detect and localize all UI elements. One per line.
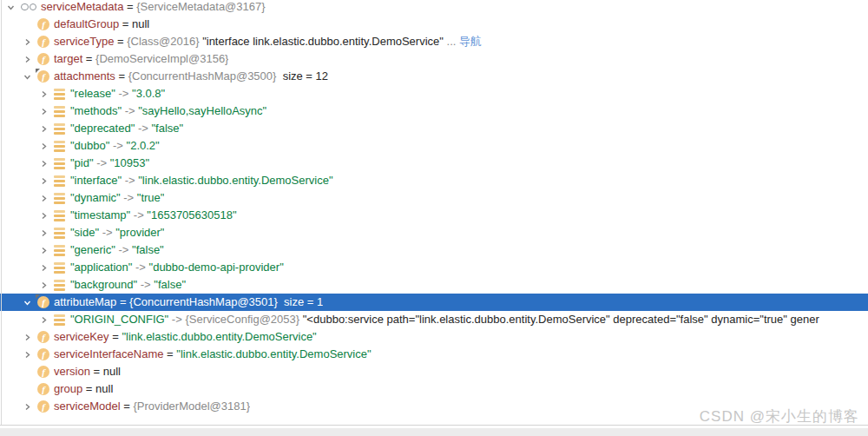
map-entry-icon — [54, 89, 65, 100]
tree-row[interactable]: "application" -> "dubbo-demo-api-provide… — [0, 259, 868, 276]
row-text: serviceInterfaceName = "link.elastic.dub… — [54, 346, 372, 363]
row-text: attributeMap = {ConcurrentHashMap@3501} … — [54, 294, 323, 311]
map-entry-icon — [54, 106, 65, 117]
chevron-collapsed-icon[interactable] — [22, 54, 33, 65]
row-text: "generic" -> "false" — [70, 241, 164, 259]
chevron-collapsed-icon[interactable] — [22, 401, 33, 413]
map-entry-icon — [54, 245, 65, 256]
row-text: target = {DemoServiceImpl@3156} — [54, 50, 228, 68]
tree-row[interactable]: "background" -> "false" — [0, 276, 868, 294]
debugger-variables-panel: serviceMetadata = {ServiceMetadata@3167}… — [0, 0, 868, 436]
chevron-collapsed-icon[interactable] — [38, 245, 49, 256]
chevron-collapsed-icon[interactable] — [38, 314, 49, 326]
field-icon: f — [37, 348, 49, 360]
map-entry-icon — [54, 123, 65, 135]
map-entry-icon — [54, 314, 65, 326]
tree-row[interactable]: fgroup = null — [0, 380, 868, 398]
field-icon: f — [37, 70, 49, 83]
field-icon: f — [37, 53, 49, 65]
row-text: "side" -> "provider" — [70, 224, 164, 241]
tree-row[interactable]: serviceMetadata = {ServiceMetadata@3167} — [0, 0, 868, 16]
chevron-collapsed-icon[interactable] — [38, 193, 49, 204]
row-text: group = null — [54, 380, 113, 398]
row-text: serviceType = {Class@2016} "interface li… — [54, 33, 482, 50]
tree-row[interactable]: "dubbo" -> "2.0.2" — [0, 137, 868, 155]
row-text: serviceModel = {ProviderModel@3181} — [54, 398, 250, 415]
map-entry-icon — [54, 228, 65, 239]
map-entry-icon — [54, 175, 65, 187]
watch-icon — [21, 3, 37, 11]
chevron-collapsed-icon[interactable] — [22, 349, 33, 360]
tree-row[interactable]: fversion = null — [0, 363, 868, 380]
field-icon: f — [37, 331, 49, 343]
chevron-expanded-icon[interactable] — [5, 2, 16, 13]
map-entry-icon — [54, 210, 65, 221]
field-icon: f — [37, 36, 49, 48]
tree-row[interactable]: "generic" -> "false" — [0, 241, 868, 259]
chevron-collapsed-icon[interactable] — [38, 262, 49, 274]
panel-left-border — [1, 0, 2, 425]
row-text: "timestamp" -> "1653705630518" — [70, 207, 237, 224]
map-entry-icon — [54, 141, 65, 152]
field-icon: f — [37, 366, 49, 378]
row-text: "pid" -> "10953" — [70, 155, 149, 172]
map-entry-icon — [54, 193, 65, 204]
row-text: version = null — [54, 363, 121, 380]
chevron-expanded-icon[interactable] — [22, 297, 33, 308]
chevron-expanded-icon[interactable] — [22, 71, 33, 83]
chevron-collapsed-icon[interactable] — [22, 36, 33, 48]
field-icon: f — [37, 296, 49, 308]
tree-row[interactable]: "release" -> "3.0.8" — [0, 85, 868, 102]
chevron-collapsed-icon[interactable] — [22, 332, 33, 343]
chevron-spacer — [22, 384, 33, 395]
tree-row[interactable]: "pid" -> "10953" — [0, 155, 868, 172]
row-text: "methods" -> "sayHello,sayHelloAsync" — [70, 102, 266, 120]
tree-row[interactable]: fserviceType = {Class@2016} "interface l… — [0, 33, 868, 50]
row-text: "dynamic" -> "true" — [70, 189, 164, 207]
chevron-collapsed-icon[interactable] — [38, 89, 49, 100]
row-text: "deprecated" -> "false" — [70, 120, 183, 137]
tree-row[interactable]: "ORIGIN_CONFIG" -> {ServiceConfig@2053} … — [0, 311, 868, 328]
tree-row[interactable]: "side" -> "provider" — [0, 224, 868, 241]
row-text: "interface" -> "link.elastic.dubbo.entit… — [70, 172, 333, 189]
row-text: "application" -> "dubbo-demo-api-provide… — [70, 259, 284, 276]
map-entry-icon — [54, 158, 65, 169]
field-icon: f — [37, 18, 49, 30]
row-text: "dubbo" -> "2.0.2" — [70, 137, 160, 155]
tree-row[interactable]: fserviceKey = "link.elastic.dubbo.entity… — [0, 328, 868, 346]
row-text: "release" -> "3.0.8" — [70, 85, 165, 102]
chevron-spacer — [22, 19, 33, 30]
horizontal-scrollbar-track[interactable] — [0, 428, 868, 436]
chevron-collapsed-icon[interactable] — [38, 106, 49, 117]
tree-row[interactable]: "dynamic" -> "true" — [0, 189, 868, 207]
chevron-collapsed-icon[interactable] — [38, 158, 49, 169]
chevron-spacer — [22, 367, 33, 378]
tree-row[interactable]: "interface" -> "link.elastic.dubbo.entit… — [0, 172, 868, 189]
tree-row[interactable]: fdefaultGroup = null — [0, 16, 868, 33]
row-text: serviceKey = "link.elastic.dubbo.entity.… — [54, 328, 317, 346]
row-text: serviceMetadata = {ServiceMetadata@3167} — [41, 0, 266, 16]
chevron-collapsed-icon[interactable] — [38, 228, 49, 239]
chevron-collapsed-icon[interactable] — [38, 210, 49, 221]
row-text: attachments = {ConcurrentHashMap@3500} s… — [54, 68, 328, 85]
tree-row[interactable]: fattributeMap = {ConcurrentHashMap@3501}… — [0, 294, 868, 311]
map-entry-icon — [54, 280, 65, 291]
chevron-collapsed-icon[interactable] — [38, 141, 49, 152]
tree-row[interactable]: "methods" -> "sayHello,sayHelloAsync" — [0, 102, 868, 120]
variables-tree: serviceMetadata = {ServiceMetadata@3167}… — [0, 0, 868, 415]
tree-row[interactable]: fserviceInterfaceName = "link.elastic.du… — [0, 346, 868, 363]
chevron-collapsed-icon[interactable] — [38, 123, 49, 135]
chevron-collapsed-icon[interactable] — [38, 280, 49, 291]
field-icon: f — [37, 400, 49, 413]
watermark-text: CSDN @宋小生的博客 — [700, 406, 859, 426]
row-text: "ORIGIN_CONFIG" -> {ServiceConfig@2053} … — [70, 311, 819, 328]
field-icon: f — [37, 383, 49, 395]
tree-row[interactable]: "timestamp" -> "1653705630518" — [0, 207, 868, 224]
tree-row[interactable]: fattachments = {ConcurrentHashMap@3500} … — [0, 68, 868, 85]
row-text: defaultGroup = null — [54, 16, 149, 33]
tree-row[interactable]: ftarget = {DemoServiceImpl@3156} — [0, 50, 868, 68]
chevron-collapsed-icon[interactable] — [38, 175, 49, 187]
map-entry-icon — [54, 262, 65, 274]
row-text: "background" -> "false" — [70, 276, 186, 294]
tree-row[interactable]: "deprecated" -> "false" — [0, 120, 868, 137]
